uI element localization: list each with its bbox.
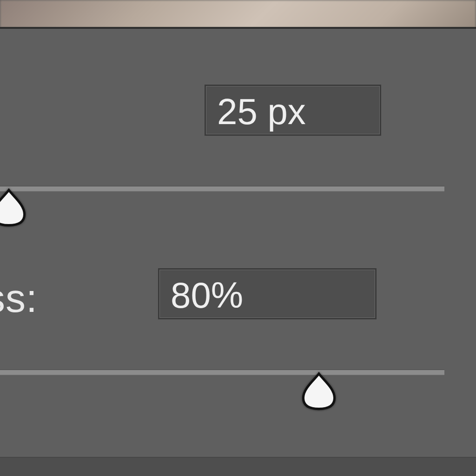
panel-bottom-strip: [0, 457, 476, 476]
hardness-slider[interactable]: [0, 367, 444, 376]
canvas-image-strip: [0, 0, 476, 28]
size-slider[interactable]: [0, 183, 444, 192]
size-slider-thumb[interactable]: [0, 188, 28, 227]
slider-track: [0, 370, 444, 375]
hardness-slider-thumb[interactable]: [299, 371, 338, 410]
hardness-input[interactable]: 80%: [158, 268, 377, 319]
slider-thumb-icon: [299, 371, 338, 410]
slider-track: [0, 186, 444, 192]
brush-options-panel: Size: 25 px Hardness: 80%: [0, 29, 476, 476]
slider-thumb-icon: [0, 188, 28, 227]
size-input[interactable]: 25 px: [205, 85, 381, 136]
hardness-label: Hardness:: [0, 275, 38, 321]
